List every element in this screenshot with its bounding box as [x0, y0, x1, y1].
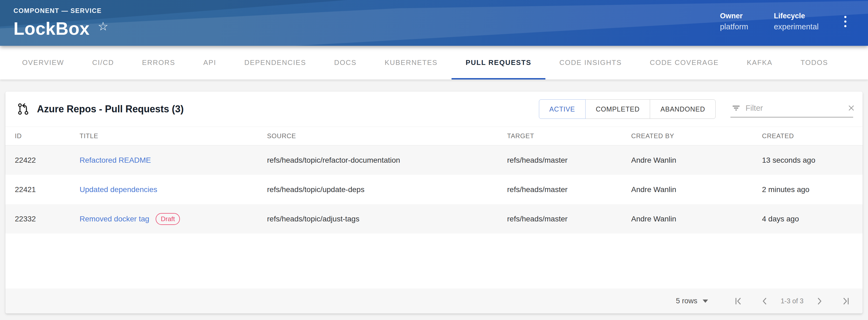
column-header-source: SOURCE	[267, 132, 507, 140]
tab-todos[interactable]: TODOS	[786, 46, 842, 79]
tab-pull-requests[interactable]: PULL REQUESTS	[452, 46, 546, 79]
pagination-range-label: 1-3 of 3	[781, 297, 804, 305]
entity-heading: COMPONENT — SERVICE LockBox ☆	[13, 7, 108, 39]
last-page-button[interactable]	[841, 296, 850, 306]
app-header: COMPONENT — SERVICE LockBox ☆ Owner plat…	[0, 0, 868, 46]
lifecycle-value: experimental	[774, 22, 819, 31]
tab-label: DEPENDENCIES	[244, 59, 306, 67]
pull-requests-card: Azure Repos - Pull Requests (3) ACTIVECO…	[5, 92, 863, 314]
table-footer: 5 rows 1-3 of 3	[5, 288, 863, 314]
table-body: 22422 Refactored README refs/heads/topic…	[5, 145, 863, 234]
tab-label: TODOS	[801, 59, 828, 67]
tab-dependencies[interactable]: DEPENDENCIES	[230, 46, 320, 79]
pr-created-by: Andre Wanlin	[631, 185, 762, 194]
page-title: LockBox	[13, 18, 90, 39]
table-header-row: IDTITLESOURCETARGETCREATED BYCREATED	[5, 127, 863, 145]
column-header-id: ID	[15, 132, 80, 140]
pr-id: 22422	[15, 156, 80, 165]
pr-created: 2 minutes ago	[762, 185, 853, 194]
pr-target: refs/heads/master	[507, 156, 631, 165]
first-page-icon	[734, 296, 743, 306]
filter-input[interactable]	[746, 104, 847, 113]
lifecycle-block: Lifecycle experimental	[774, 12, 819, 31]
column-header-created-by: CREATED BY	[631, 132, 762, 140]
state-filter-completed[interactable]: COMPLETED	[585, 99, 650, 119]
tab-ci-cd[interactable]: CI/CD	[78, 46, 128, 79]
tab-bar: OVERVIEW CI/CD ERRORS API DEPENDENCIES D…	[0, 46, 868, 79]
filter-list-icon	[732, 103, 741, 113]
pr-source: refs/heads/topic/update-deps	[267, 185, 507, 194]
tab-code-coverage[interactable]: CODE COVERAGE	[636, 46, 733, 79]
tab-label: CODE INSIGHTS	[559, 59, 622, 67]
entity-meta: Owner platform Lifecycle experimental	[694, 12, 855, 31]
tab-label: CODE COVERAGE	[650, 59, 719, 67]
filter-field	[731, 101, 853, 117]
state-filter-abandoned[interactable]: ABANDONED	[650, 99, 716, 119]
tab-api[interactable]: API	[189, 46, 230, 79]
pr-source: refs/heads/topic/refactor-documentation	[267, 156, 507, 165]
next-page-icon	[814, 296, 824, 306]
first-page-button[interactable]	[734, 296, 743, 306]
tab-label: DOCS	[334, 59, 356, 67]
entity-kind-label: COMPONENT — SERVICE	[13, 7, 108, 14]
rows-per-page-select[interactable]: 5 rows	[676, 297, 708, 305]
lifecycle-label: Lifecycle	[774, 12, 819, 20]
card-title: Azure Repos - Pull Requests (3)	[37, 103, 184, 115]
column-header-target: TARGET	[507, 132, 631, 140]
column-header-created: CREATED	[762, 132, 853, 140]
kebab-menu-icon[interactable]	[842, 13, 849, 30]
column-header-title: TITLE	[80, 132, 267, 140]
tab-docs[interactable]: DOCS	[320, 46, 371, 79]
table-row: 22421 Updated dependencies refs/heads/to…	[5, 175, 863, 204]
tab-label: ERRORS	[142, 59, 175, 67]
owner-value: platform	[720, 22, 748, 31]
pr-id: 22421	[15, 185, 80, 194]
pr-created-by: Andre Wanlin	[631, 215, 762, 223]
next-page-button[interactable]	[814, 296, 824, 306]
last-page-icon	[841, 296, 850, 306]
owner-label: Owner	[720, 12, 748, 20]
pr-title-link[interactable]: Refactored README	[80, 156, 151, 165]
rows-per-page-value: 5 rows	[676, 297, 698, 305]
tab-label: PULL REQUESTS	[466, 59, 531, 67]
pr-target: refs/heads/master	[507, 185, 631, 194]
tab-errors[interactable]: ERRORS	[128, 46, 189, 79]
favorite-star-icon[interactable]: ☆	[98, 21, 108, 32]
tab-code-insights[interactable]: CODE INSIGHTS	[546, 46, 636, 79]
table-row: 22422 Refactored README refs/heads/topic…	[5, 145, 863, 175]
pull-request-icon	[17, 103, 30, 115]
pr-id: 22332	[15, 215, 80, 223]
card-header: Azure Repos - Pull Requests (3) ACTIVECO…	[5, 92, 863, 127]
tab-kubernetes[interactable]: KUBERNETES	[371, 46, 452, 79]
table-empty-space	[5, 234, 863, 288]
pr-created: 4 days ago	[762, 215, 853, 223]
prev-page-icon	[760, 296, 770, 306]
state-filter-active[interactable]: ACTIVE	[539, 99, 586, 119]
tab-label: KAFKA	[747, 59, 773, 67]
tab-label: CI/CD	[92, 59, 114, 67]
pr-source: refs/heads/topic/adjust-tags	[267, 215, 507, 223]
tab-kafka[interactable]: KAFKA	[733, 46, 786, 79]
pr-created-by: Andre Wanlin	[631, 156, 762, 165]
table-row: 22332 Removed docker tag Draft refs/head…	[5, 204, 863, 234]
tab-overview[interactable]: OVERVIEW	[8, 46, 78, 79]
pr-created: 13 seconds ago	[762, 156, 853, 165]
page: COMPONENT — SERVICE LockBox ☆ Owner plat…	[0, 0, 868, 320]
pr-title-link[interactable]: Removed docker tag	[80, 215, 149, 223]
pr-target: refs/heads/master	[507, 215, 631, 223]
tab-label: OVERVIEW	[22, 59, 64, 67]
clear-icon[interactable]	[847, 104, 855, 112]
tab-label: KUBERNETES	[385, 59, 437, 67]
draft-badge: Draft	[156, 213, 180, 225]
state-filter-group: ACTIVECOMPLETEDABANDONED	[539, 99, 716, 119]
caret-down-icon	[703, 299, 708, 303]
pr-title-link[interactable]: Updated dependencies	[80, 185, 157, 194]
owner-block: Owner platform	[720, 12, 748, 31]
prev-page-button[interactable]	[760, 296, 770, 306]
tab-label: API	[204, 59, 216, 67]
